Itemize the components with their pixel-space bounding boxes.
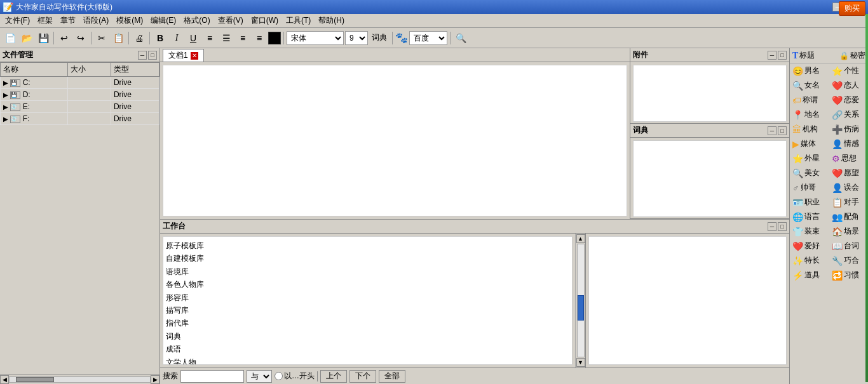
sidebar-item-profession[interactable]: 🪪 职业	[790, 195, 829, 209]
save-button[interactable]: 💾	[36, 30, 51, 46]
attachment-maximize[interactable]: □	[778, 51, 787, 60]
sidebar-item-thought[interactable]: ⚙ 思想	[829, 151, 869, 166]
list-item[interactable]: 文学人物	[166, 356, 569, 365]
align-center-button[interactable]: ☰	[219, 30, 234, 46]
table-row[interactable]: ▶ 💿 F: Drive	[1, 113, 159, 125]
sidebar-item-scene[interactable]: 🏠 场景	[829, 224, 869, 239]
menu-frame[interactable]: 框架	[34, 14, 57, 27]
list-item[interactable]: 自建模板库	[166, 252, 569, 265]
menu-edit[interactable]: 编辑(E)	[147, 14, 180, 27]
search-engine-select[interactable]: 百度 谷歌 必应	[409, 31, 447, 45]
sidebar-item-media[interactable]: ▶ 媒体	[790, 136, 829, 151]
open-button[interactable]: 📂	[19, 30, 34, 46]
bold-button[interactable]: B	[153, 30, 168, 46]
list-item[interactable]: 形容库	[166, 291, 569, 304]
menu-window[interactable]: 窗口(W)	[247, 14, 282, 27]
workbench-maximize[interactable]: □	[778, 222, 787, 231]
sidebar-item-title-form[interactable]: 🏷 称谓	[790, 93, 829, 107]
doc-tab-close[interactable]: ✕	[191, 52, 198, 60]
cut-button[interactable]: ✂	[94, 30, 109, 46]
vscroll-up-btn[interactable]: ▲	[576, 234, 585, 243]
sidebar-item-lines[interactable]: 📖 台词	[829, 239, 869, 253]
align-justify-button[interactable]: ≡	[252, 30, 267, 46]
search-input[interactable]	[180, 370, 244, 383]
print-button[interactable]: 🖨	[132, 30, 147, 46]
sidebar-item-beauty[interactable]: 🔍 美女	[790, 166, 829, 180]
menu-tools[interactable]: 工具(T)	[282, 14, 315, 27]
sidebar-item-personality[interactable]: ⭐ 个性	[829, 63, 869, 78]
list-item[interactable]: 词典	[166, 330, 569, 343]
sidebar-item-emotion[interactable]: 👤 情感	[829, 136, 869, 151]
undo-button[interactable]: ↩	[57, 30, 72, 46]
list-item[interactable]: 各色人物库	[166, 278, 569, 291]
list-item[interactable]: 指代库	[166, 317, 569, 329]
vscroll-down-btn[interactable]: ▼	[576, 358, 585, 367]
align-right-button[interactable]: ≡	[235, 30, 250, 46]
sidebar-item-prop[interactable]: ⚡ 道具	[790, 268, 829, 282]
sidebar-item-wish[interactable]: ❤️ 愿望	[829, 166, 869, 180]
attachment-minimize[interactable]: ─	[768, 51, 776, 60]
attachment-controls[interactable]: ─ □	[768, 51, 787, 60]
menu-file[interactable]: 文件(F)	[1, 14, 34, 27]
radio-startswith[interactable]	[275, 372, 283, 380]
dictionary-controls[interactable]: ─ □	[768, 126, 787, 135]
list-item[interactable]: 语境库	[166, 265, 569, 278]
underline-button[interactable]: U	[186, 30, 201, 46]
search-mode-select[interactable]: 与 或	[247, 370, 272, 383]
sidebar-item-language[interactable]: 🌐 语言	[790, 209, 829, 224]
dict-maximize[interactable]: □	[778, 126, 787, 135]
workbench-minimize[interactable]: ─	[768, 222, 776, 231]
copy-button[interactable]: 📋	[111, 30, 126, 46]
sidebar-item-hobby[interactable]: ❤️ 爱好	[790, 239, 829, 253]
next-button[interactable]: 下个	[349, 370, 376, 383]
sidebar-title-label[interactable]: 标题	[799, 50, 839, 61]
new-button[interactable]: 📄	[3, 30, 18, 46]
menu-chapter[interactable]: 章节	[57, 14, 79, 27]
redo-button[interactable]: ↪	[73, 30, 88, 46]
sidebar-item-female-name[interactable]: 🔍 女名	[790, 78, 829, 93]
vscroll-thumb[interactable]	[578, 295, 584, 321]
color-picker[interactable]	[268, 32, 281, 44]
table-row[interactable]: ▶ 💿 E: Drive	[1, 101, 159, 113]
table-row[interactable]: ▶ 💾 C: Drive	[1, 77, 159, 89]
workbench-controls[interactable]: ─ □	[768, 222, 787, 231]
list-item[interactable]: 原子模板库	[166, 239, 569, 252]
sidebar-item-romance[interactable]: ❤️ 恋爱	[829, 93, 869, 107]
sidebar-item-misunderstand[interactable]: 👤 误会	[829, 180, 869, 195]
align-left-button[interactable]: ≡	[202, 30, 217, 46]
sidebar-item-injury[interactable]: ➕ 伤病	[829, 122, 869, 136]
sidebar-item-place[interactable]: 📍 地名	[790, 107, 829, 122]
sidebar-item-relation[interactable]: 🔗 关系	[829, 107, 869, 122]
sidebar-secret-label[interactable]: 秘密	[850, 50, 865, 61]
all-button[interactable]: 全部	[379, 370, 405, 383]
menu-format[interactable]: 格式(O)	[180, 14, 214, 27]
sidebar-item-institution[interactable]: 🏛 机构	[790, 122, 829, 136]
menu-help[interactable]: 帮助(H)	[315, 14, 348, 27]
list-item[interactable]: 描写库	[166, 304, 569, 317]
file-manager-maximize[interactable]: □	[148, 51, 157, 60]
purchase-button[interactable]: 购买	[839, 1, 865, 16]
sidebar-item-coincidence[interactable]: 🔧 巧合	[829, 253, 869, 268]
sidebar-item-alien[interactable]: ⭐ 外星	[790, 151, 829, 166]
sidebar-item-lover[interactable]: ❤️ 恋人	[829, 78, 869, 93]
dict-minimize[interactable]: ─	[768, 126, 776, 135]
document-editor[interactable]	[163, 65, 627, 216]
file-manager-minimize[interactable]: ─	[138, 51, 147, 60]
sidebar-item-supporting[interactable]: 👥 配角	[829, 209, 869, 224]
italic-button[interactable]: I	[169, 30, 184, 46]
sidebar-item-rival[interactable]: 📋 对手	[829, 195, 869, 209]
sidebar-item-male-name[interactable]: 😊 男名	[790, 63, 829, 78]
hscroll-left-btn[interactable]: ◀	[0, 375, 9, 384]
menu-template[interactable]: 模板(M)	[112, 14, 147, 27]
hscroll-thumb[interactable]	[16, 377, 54, 382]
menu-paragraph[interactable]: 语段(A)	[79, 14, 112, 27]
hscroll-right-btn[interactable]: ▶	[151, 375, 159, 384]
sidebar-item-specialty[interactable]: ✨ 特长	[790, 253, 829, 268]
search-icon[interactable]: 🔍	[453, 30, 468, 46]
font-name-select[interactable]: 宋体 黑体 楷体	[287, 31, 344, 45]
sidebar-item-costume[interactable]: 👕 装束	[790, 224, 829, 239]
font-size-select[interactable]: 9 10 12 14	[345, 31, 368, 45]
list-item[interactable]: 成语	[166, 343, 569, 355]
menu-view[interactable]: 查看(V)	[214, 14, 247, 27]
table-row[interactable]: ▶ 💾 D: Drive	[1, 89, 159, 101]
